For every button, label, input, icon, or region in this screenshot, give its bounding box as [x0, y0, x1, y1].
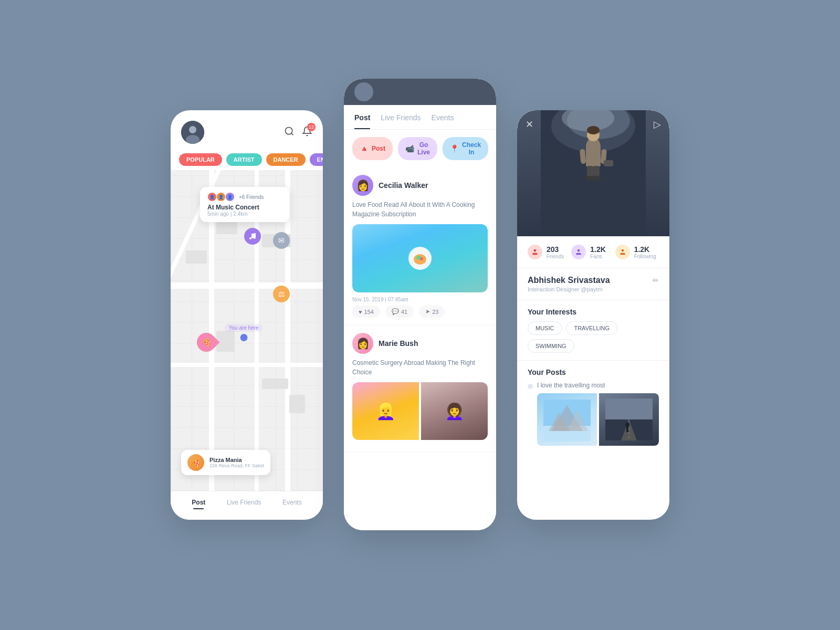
post-text: I love the travelling most — [537, 382, 659, 389]
profile-stats: 203 Friends 1.2K Fans 1.2K Following — [517, 236, 669, 268]
nav-live-friends[interactable]: Live Friends — [227, 499, 261, 509]
tab-post[interactable]: Post — [354, 113, 370, 129]
feed-tabs: Post Live Friends Events — [344, 105, 496, 130]
friends-icon — [528, 245, 542, 259]
post-marie: 👩 Marie Bush Cosmetic Surgery Abroad Mak… — [344, 326, 496, 452]
comment-icon: 💬 — [392, 308, 399, 315]
edit-icon[interactable]: ✏ — [653, 276, 659, 285]
you-are-here: You are here — [225, 324, 263, 341]
fans-count: 1.2K — [590, 245, 606, 254]
marie-name: Marie Bush — [379, 339, 418, 348]
tab-live-friends[interactable]: Live Friends — [381, 113, 421, 129]
profile-hero: ✕ ▷ — [517, 110, 669, 236]
following-count: 1.2K — [634, 245, 656, 254]
share-button[interactable]: ➤ 23 — [419, 306, 445, 318]
marie-post-images: 👱‍♀️ 👩‍🦱 — [352, 382, 488, 440]
action-live-button[interactable]: 📹 Go Live — [398, 137, 437, 160]
profile-name-row: Abhishek Srivastava ✏ — [528, 276, 659, 285]
notification-button[interactable]: 12 — [302, 126, 312, 139]
svg-point-27 — [534, 249, 537, 252]
svg-point-29 — [621, 249, 624, 252]
nav-events[interactable]: Events — [282, 499, 302, 509]
profile-name: Abhishek Srivastava — [528, 276, 610, 285]
post-author-marie: 👩 Marie Bush — [352, 333, 488, 354]
map-pin-gym[interactable]: ⚖ — [273, 286, 290, 302]
profile-subtitle: Interaction Designer @paytm — [528, 286, 659, 292]
interest-swimming[interactable]: SWIMMING — [528, 339, 574, 353]
svg-point-25 — [593, 176, 601, 181]
stat-following: 1.2K Following — [615, 245, 659, 259]
svg-point-11 — [420, 257, 423, 260]
pill-popular[interactable]: POPULAR — [179, 153, 222, 166]
friends-label: Friends — [547, 254, 564, 259]
phone-map: 12 POPULAR ARTIST DANCER ENTERTAI... — [171, 110, 323, 520]
svg-rect-36 — [605, 398, 653, 419]
search-button[interactable] — [284, 126, 295, 139]
marie-image-1: 👱‍♀️ — [352, 382, 419, 440]
pill-entertainer[interactable]: ENTERTAI... — [310, 153, 323, 166]
interests-title: Your Interests — [528, 308, 659, 316]
comment-button[interactable]: 💬 41 — [385, 306, 414, 318]
interest-music[interactable]: MUSIC — [528, 321, 562, 335]
action-pills: 🔺 Post 📹 Go Live 📍 Check In — [344, 130, 496, 167]
travel-photo-mountains — [537, 393, 597, 446]
friends-count: 203 — [547, 245, 564, 254]
concert-title: At Music Concert — [207, 204, 282, 211]
interest-pills: MUSIC TRAVELLING SWIMMING — [528, 321, 659, 353]
tab-events[interactable]: Events — [432, 113, 454, 129]
posts-section: Your Posts I love the travelling most — [517, 361, 669, 458]
action-post-button[interactable]: 🔺 Post — [352, 137, 393, 160]
notification-badge: 12 — [307, 123, 316, 131]
post-photos-grid — [537, 393, 659, 446]
map-area: 👤 👤 👤 +6 Friends At Music Concert 5min a… — [171, 170, 323, 491]
following-label: Following — [634, 254, 656, 259]
cecilia-post-image — [352, 224, 488, 292]
filter-pills: POPULAR ARTIST DANCER ENTERTAI... — [171, 149, 323, 170]
post-author-cecilia: 👩 Cecilia Walker — [352, 175, 488, 196]
post-dot — [528, 384, 533, 389]
fans-icon — [571, 245, 586, 259]
pizza-icon: 🍕 — [187, 454, 204, 471]
posts-title: Your Posts — [528, 368, 659, 376]
svg-rect-23 — [593, 166, 600, 176]
header-icons: 12 — [284, 126, 312, 139]
pizza-address: 226 Reva Road, FF Saket — [209, 463, 264, 468]
share-icon: ➤ — [425, 308, 430, 315]
marie-excerpt: Cosmetic Surgery Abroad Making The Right… — [352, 358, 488, 377]
svg-point-24 — [585, 176, 594, 181]
phone-profile: ✕ ▷ 203 Friends 1.2K Fans — [517, 110, 669, 520]
svg-rect-19 — [586, 148, 601, 167]
map-pin-message[interactable]: ✉ — [273, 232, 290, 249]
pill-artist[interactable]: ARTIST — [226, 153, 262, 166]
nav-post[interactable]: Post — [192, 499, 205, 509]
concert-popup: 👤 👤 👤 +6 Friends At Music Concert 5min a… — [200, 187, 289, 222]
your-post: I love the travelling most — [528, 382, 659, 446]
friends-count: +6 Friends — [239, 194, 264, 200]
feed-top-avatar — [354, 82, 373, 101]
feed-top-dark — [344, 79, 496, 105]
cecilia-name: Cecilia Walker — [379, 181, 428, 190]
stat-fans: 1.2K Fans — [571, 245, 615, 259]
marie-avatar: 👩 — [352, 333, 373, 354]
heart-icon: ♥ — [359, 309, 362, 315]
fans-label: Fans — [590, 254, 606, 259]
action-checkin-button[interactable]: 📍 Check In — [443, 137, 488, 160]
map-pin-concert[interactable] — [244, 228, 261, 245]
interest-travelling[interactable]: TRAVELLING — [566, 321, 617, 335]
pill-dancer[interactable]: DANCER — [266, 153, 306, 166]
svg-point-40 — [625, 423, 629, 427]
video-button[interactable]: ▷ — [654, 119, 661, 130]
svg-line-4 — [291, 133, 293, 135]
stat-friends: 203 Friends — [528, 245, 571, 259]
close-button[interactable]: ✕ — [526, 119, 533, 130]
flame-icon: 🔺 — [360, 144, 369, 153]
user-avatar[interactable] — [181, 121, 204, 144]
map-pin-food[interactable]: 🍕 — [197, 333, 216, 352]
map-header: 12 — [171, 110, 323, 149]
pizza-popup: 🍕 Pizza Mania 226 Reva Road, FF Saket — [181, 450, 270, 475]
svg-point-3 — [286, 127, 292, 134]
like-button[interactable]: ♥ 154 — [352, 306, 380, 318]
following-icon — [615, 245, 630, 259]
feed-content: Post Live Friends Events 🔺 Post 📹 Go Liv… — [344, 105, 496, 530]
concert-meta: 5min ago | 2.4km — [207, 211, 282, 217]
